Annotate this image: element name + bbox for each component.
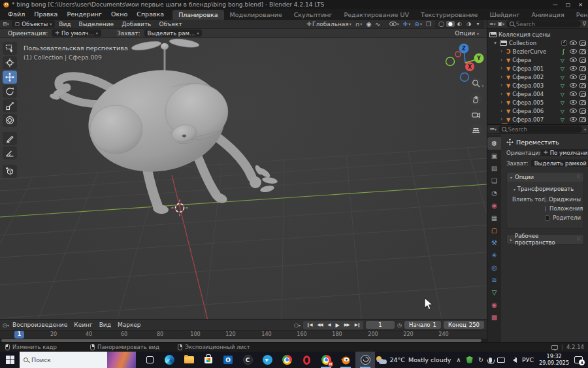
expand-icon[interactable]: › [500, 74, 506, 80]
xray-toggle-icon[interactable]: ❐ [426, 21, 431, 27]
falloff-icon[interactable]: ∿ [375, 21, 380, 27]
jump-end-icon[interactable]: ▶❙ [353, 322, 362, 329]
update-tray-icon[interactable]: ↻ [478, 356, 483, 363]
outliner-object-row[interactable]: › Сфера [487, 56, 588, 64]
chrome-h-icon[interactable]: H [316, 352, 336, 368]
viewport-menu-item[interactable]: Вид [55, 21, 74, 27]
gizmo-minus-x[interactable] [455, 52, 461, 57]
taskbar-search[interactable] [20, 352, 136, 368]
editor-type-icon[interactable]: ⊞▾ [3, 21, 9, 27]
workspace-tab[interactable]: Моделирование [224, 10, 288, 20]
properties-search-input[interactable] [508, 126, 579, 133]
parents-checkbox[interactable] [545, 215, 549, 221]
menu-item[interactable]: Файл [3, 10, 29, 18]
tab-view-layer[interactable]: ❏ [487, 175, 501, 187]
antivirus-tray-icon[interactable] [466, 356, 473, 363]
obs-icon[interactable] [355, 352, 375, 368]
options-dropdown[interactable]: Опции ▾ [451, 30, 483, 37]
outliner-object-row[interactable]: › Сфера.007 [487, 115, 588, 124]
hide-eye-icon[interactable] [570, 41, 577, 45]
scale-tool[interactable] [3, 99, 17, 112]
outliner-editor-icon[interactable]: ≡▾ [489, 21, 496, 27]
outliner-display-icon[interactable]: ▣▾ [498, 21, 505, 27]
timeline-editor-icon[interactable]: ◷▾ [3, 322, 9, 328]
stopwatch-icon[interactable]: ◷ [397, 322, 402, 328]
scene-collection-row[interactable]: Коллекция сцены [487, 30, 588, 39]
workspace-panel-header[interactable]: ▸Рабочее пространство⠿ [507, 235, 583, 244]
tab-output[interactable]: ▤ [487, 162, 501, 175]
shading-rendered-icon[interactable]: ◑ [465, 21, 473, 27]
opera-icon[interactable] [297, 352, 316, 368]
expand-icon[interactable]: › [500, 82, 506, 88]
expand-icon[interactable]: › [500, 108, 506, 114]
rotate-tool[interactable] [3, 85, 17, 98]
overlays-toggle-icon[interactable]: ⊙▾ [414, 21, 422, 27]
expand-icon[interactable]: › [500, 99, 506, 105]
hide-eye-icon[interactable] [570, 109, 577, 113]
render-camera-icon[interactable] [580, 92, 586, 97]
tab-material[interactable]: ◉ [487, 299, 501, 311]
hide-eye-icon[interactable] [570, 49, 577, 54]
file-explorer-icon[interactable] [179, 352, 199, 368]
options-panel-header[interactable]: ▾Опции⠿ [507, 173, 583, 182]
timeline-menu-item[interactable]: Маркер [114, 322, 144, 328]
menu-item[interactable]: Рендеринг [62, 10, 106, 18]
hide-eye-icon[interactable] [570, 117, 577, 122]
orientation-dropdown[interactable]: ✛По умолч…▾ [52, 29, 101, 37]
outliner-object-row[interactable]: › Сфера.003 [487, 81, 588, 90]
language-indicator[interactable]: РУС [522, 356, 534, 363]
minimize-button[interactable]: — [553, 2, 558, 8]
chrome-icon[interactable] [277, 352, 297, 368]
hide-eye-icon[interactable] [570, 92, 577, 96]
expand-icon[interactable]: › [500, 91, 506, 97]
outlook-icon[interactable]: O [218, 352, 238, 368]
origins-checkbox[interactable] [544, 197, 546, 203]
render-camera-icon[interactable] [580, 83, 586, 88]
add-cube-tool[interactable] [3, 165, 17, 178]
tab-constraints[interactable]: ≋ [487, 274, 501, 286]
expand-icon[interactable]: › [500, 48, 506, 54]
expand-icon[interactable]: › [500, 65, 506, 71]
outliner-object-row[interactable]: › Сфера.005 [487, 98, 588, 107]
collection-checkbox[interactable] [561, 40, 567, 46]
taskbar-clock[interactable]: 19:32 29.09.2025 [539, 354, 569, 366]
tab-data[interactable]: ▽ [487, 286, 501, 299]
properties-options-icon[interactable]: ▾ [584, 127, 586, 131]
snap-magnet-icon[interactable]: ∩▾ [355, 21, 363, 27]
render-camera-icon[interactable] [580, 75, 586, 80]
show-object-types-icon[interactable]: ▾ [389, 22, 399, 26]
annotate-tool[interactable] [3, 132, 17, 145]
taskbar-search-input[interactable] [31, 356, 90, 363]
sidebar-toggle-icon[interactable]: ‹ [482, 82, 484, 89]
menu-item[interactable]: Правка [29, 10, 62, 18]
notification-icon[interactable]: 4 [574, 356, 583, 363]
properties-search[interactable] [498, 125, 582, 133]
timeline-menu-item[interactable]: Кеинг [71, 322, 95, 328]
hide-eye-icon[interactable] [570, 83, 577, 88]
render-camera-icon[interactable] [580, 58, 586, 63]
workspace-tab[interactable]: Текстурирование [415, 10, 483, 20]
hide-eye-icon[interactable] [570, 66, 577, 71]
tab-tool[interactable]: ⚙ [487, 137, 501, 150]
gizmo-minus-z[interactable] [461, 73, 469, 82]
outliner-search[interactable] [506, 20, 580, 27]
gizmo-minus-y[interactable] [446, 58, 455, 66]
shading-solid-icon[interactable]: ● [446, 21, 455, 27]
snap-dropdown[interactable]: Выделить рамкой▾ [531, 159, 588, 167]
render-camera-icon[interactable] [580, 117, 586, 122]
prev-keyframe-icon[interactable]: ◀◀ [315, 322, 324, 329]
outliner-object-row[interactable]: › Сфера.006 [487, 107, 588, 115]
mode-dropdown[interactable]: ▢ Объекты ▾ [12, 20, 56, 27]
render-camera-icon[interactable] [580, 41, 586, 46]
panel-grip-icon[interactable]: ⠿ [577, 237, 580, 242]
edge-icon[interactable] [159, 352, 179, 368]
panel-grip-icon[interactable]: ⠿ [577, 175, 580, 180]
hide-eye-icon[interactable] [570, 58, 577, 62]
properties-editor-icon[interactable]: ≔▾ [489, 126, 497, 132]
pan-hand-icon[interactable] [470, 93, 482, 105]
expand-icon[interactable]: › [500, 116, 506, 122]
frame-start-field[interactable]: Начало1 [404, 321, 441, 329]
render-camera-icon[interactable] [580, 49, 586, 54]
tab-modifiers[interactable]: ⚒ [487, 237, 501, 249]
shading-options-icon[interactable]: ▾ [474, 21, 482, 27]
